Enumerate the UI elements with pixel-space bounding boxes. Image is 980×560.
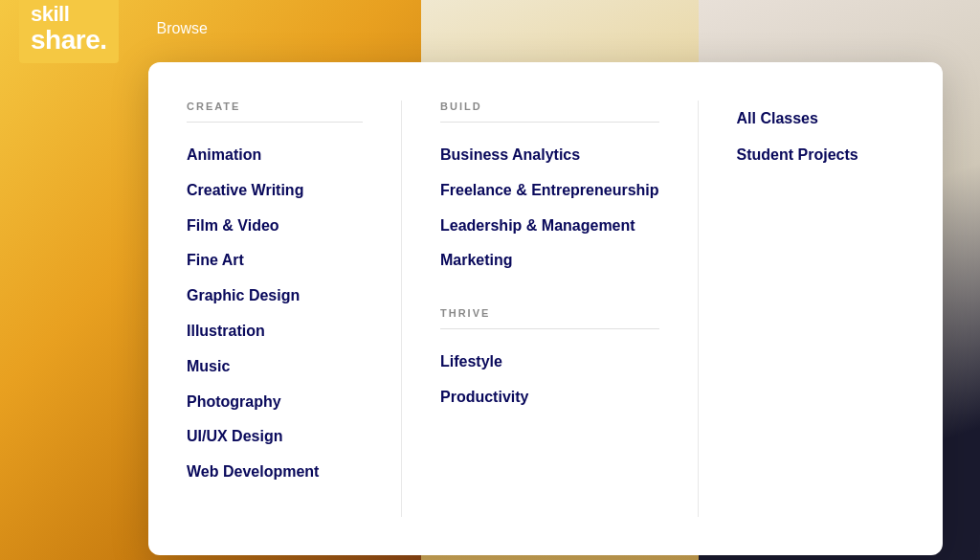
menu-item-animation[interactable]: Animation	[187, 138, 363, 173]
thrive-section-label: THRIVE	[440, 307, 659, 329]
menu-item-productivity[interactable]: Productivity	[440, 380, 659, 415]
logo-skill-text: SKILL	[31, 3, 107, 26]
menu-item-marketing[interactable]: Marketing	[440, 243, 659, 279]
menu-item-lifestyle[interactable]: Lifestyle	[440, 345, 659, 380]
menu-item-graphic-design[interactable]: Graphic Design	[187, 279, 363, 314]
student-projects-link[interactable]: Student Projects	[737, 137, 858, 173]
thrive-section: THRIVE Lifestyle Productivity	[440, 307, 659, 415]
menu-item-illustration[interactable]: Illustration	[187, 314, 363, 349]
right-links-column: All Classes Student Projects	[699, 101, 897, 517]
create-section: CREATE Animation Creative Writing Film &…	[187, 101, 363, 490]
menu-item-business-analytics[interactable]: Business Analytics	[440, 138, 659, 173]
menu-item-music[interactable]: Music	[187, 349, 363, 385]
build-thrive-column: BUILD Business Analytics Freelance & Ent…	[402, 101, 699, 517]
menu-item-web-development[interactable]: Web Development	[187, 455, 363, 490]
build-section-label: BUILD	[440, 101, 659, 123]
navbar: SKILL SHare. Browse	[0, 0, 980, 57]
menu-item-leadership-management[interactable]: Leadership & Management	[440, 209, 659, 244]
menu-item-freelance-entrepreneurship[interactable]: Freelance & Entrepreneurship	[440, 173, 659, 209]
create-section-label: CREATE	[187, 101, 363, 123]
menu-item-creative-writing[interactable]: Creative Writing	[187, 173, 363, 209]
build-section: BUILD Business Analytics Freelance & Ent…	[440, 101, 659, 279]
logo-share-text: SHare.	[31, 26, 107, 56]
create-column: CREATE Animation Creative Writing Film &…	[148, 101, 402, 517]
menu-item-uiux-design[interactable]: UI/UX Design	[187, 419, 363, 455]
browse-nav-item[interactable]: Browse	[147, 15, 217, 42]
menu-item-fine-art[interactable]: Fine Art	[187, 243, 363, 279]
all-classes-link[interactable]: All Classes	[737, 101, 858, 137]
menu-item-photography[interactable]: Photography	[187, 385, 363, 420]
logo: SKILL SHare.	[19, 0, 119, 63]
menu-item-film-video[interactable]: Film & Video	[187, 209, 363, 244]
browse-dropdown: CREATE Animation Creative Writing Film &…	[148, 62, 943, 555]
